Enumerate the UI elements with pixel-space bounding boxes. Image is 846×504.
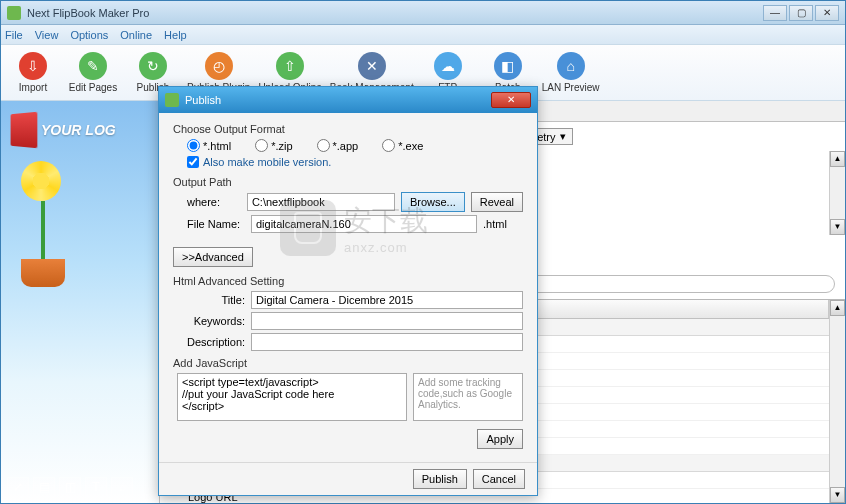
menu-help[interactable]: Help [164, 29, 187, 41]
chevron-down-icon: ▾ [560, 130, 566, 143]
edit-pages-icon: ✎ [79, 52, 107, 80]
preview-tool-4[interactable]: ⌕ [111, 477, 133, 497]
js-placeholder: Add some tracking code,such as Google An… [413, 373, 523, 421]
keywords-input[interactable] [251, 312, 523, 330]
dialog-titlebar: Publish ✕ [159, 87, 537, 113]
preview-tool-0[interactable]: ⤢ [7, 477, 29, 497]
dialog-close-button[interactable]: ✕ [491, 92, 531, 108]
menu-file[interactable]: File [5, 29, 23, 41]
keywords-label: Keywords: [187, 315, 245, 327]
logo-text: YOUR LOG [41, 122, 116, 138]
scroll-up-icon[interactable]: ▲ [830, 151, 845, 167]
grid-scrollbar[interactable]: ▲ ▼ [829, 300, 845, 503]
description-input[interactable] [251, 333, 523, 351]
browse-button[interactable]: Browse... [401, 192, 465, 212]
title-input[interactable] [251, 291, 523, 309]
maximize-button[interactable]: ▢ [789, 5, 813, 21]
format-app[interactable]: *.app [317, 139, 359, 152]
menu-options[interactable]: Options [70, 29, 108, 41]
toolbar-import[interactable]: ⇩Import [7, 52, 59, 93]
cancel-button[interactable]: Cancel [473, 469, 525, 489]
scroll-down-icon[interactable]: ▼ [830, 219, 845, 235]
preview-tool-2[interactable]: ◫ [59, 477, 81, 497]
html-advanced-label: Html Advanced Setting [173, 275, 523, 287]
scroll-down-icon[interactable]: ▼ [830, 487, 845, 503]
format-exe[interactable]: *.exe [382, 139, 423, 152]
where-label: where: [187, 196, 241, 208]
preview-tool-1[interactable]: ▤ [33, 477, 55, 497]
dialog-title: Publish [185, 94, 491, 106]
menubar: FileViewOptionsOnlineHelp [1, 25, 845, 45]
lan-preview-icon: ⌂ [557, 52, 585, 80]
batch-icon: ◧ [494, 52, 522, 80]
window-title: Next FlipBook Maker Pro [27, 7, 763, 19]
description-label: Description: [187, 336, 245, 348]
toolbar-lan-preview[interactable]: ⌂LAN Preview [542, 52, 600, 93]
upload-online-icon: ⇧ [276, 52, 304, 80]
minimize-button[interactable]: — [763, 5, 787, 21]
scroll-up-icon[interactable]: ▲ [830, 300, 845, 316]
menu-view[interactable]: View [35, 29, 59, 41]
format-html[interactable]: *.html [187, 139, 231, 152]
advanced-button[interactable]: >>Advanced [173, 247, 253, 267]
add-js-label: Add JavaScript [173, 357, 523, 369]
reveal-button[interactable]: Reveal [471, 192, 523, 212]
js-textarea[interactable] [177, 373, 407, 421]
flower-graphic [21, 161, 65, 287]
filename-label: File Name: [187, 218, 245, 230]
publish-button[interactable]: Publish [413, 469, 467, 489]
dialog-body: Choose Output Format *.html*.zip*.app*.e… [159, 113, 537, 462]
dialog-icon [165, 93, 179, 107]
import-icon: ⇩ [19, 52, 47, 80]
ftp-icon: ☁ [434, 52, 462, 80]
close-button[interactable]: ✕ [815, 5, 839, 21]
toolbar-edit-pages[interactable]: ✎Edit Pages [67, 52, 119, 93]
format-options: *.html*.zip*.app*.exe [187, 139, 523, 152]
logo-area: YOUR LOG [9, 113, 116, 147]
window-controls: — ▢ ✕ [763, 5, 839, 21]
publish-icon: ↻ [139, 52, 167, 80]
book-management-icon: ✕ [358, 52, 386, 80]
preview-tool-3[interactable]: T [85, 477, 107, 497]
mobile-version-checkbox[interactable]: Also make mobile version. [187, 156, 523, 168]
choose-format-label: Choose Output Format [173, 123, 523, 135]
menu-online[interactable]: Online [120, 29, 152, 41]
publish-dialog: Publish ✕ Choose Output Format *.html*.z… [158, 86, 538, 496]
book-icon [11, 112, 38, 149]
file-ext: .html [483, 218, 523, 230]
publish-plugin-icon: ◴ [205, 52, 233, 80]
format-zip[interactable]: *.zip [255, 139, 292, 152]
thumb-scrollbar[interactable]: ▲ ▼ [829, 151, 845, 235]
dialog-footer: Publish Cancel [159, 462, 537, 495]
preview-pane: YOUR LOG ⤢▤◫T⌕ [1, 101, 159, 503]
where-input[interactable] [247, 193, 395, 211]
titlebar: Next FlipBook Maker Pro — ▢ ✕ [1, 1, 845, 25]
app-icon [7, 6, 21, 20]
filename-input[interactable] [251, 215, 477, 233]
title-label: Title: [187, 294, 245, 306]
apply-button[interactable]: Apply [477, 429, 523, 449]
preview-toolbar: ⤢▤◫T⌕ [7, 477, 133, 497]
output-path-label: Output Path [173, 176, 523, 188]
